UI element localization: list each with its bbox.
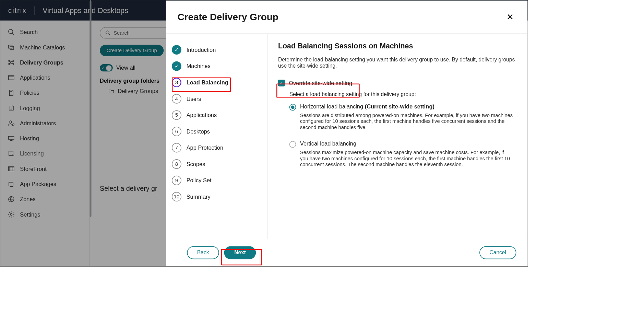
step-users[interactable]: 4 Users: [169, 91, 261, 107]
step-load-balancing[interactable]: 3 Load Balancing: [169, 74, 261, 91]
radio-horizontal[interactable]: Horizontal load balancing (Current site-…: [289, 102, 516, 139]
step-applications[interactable]: 5 Applications: [169, 107, 261, 124]
step-app-protection[interactable]: 7 App Protection: [169, 140, 261, 156]
modal-content: Load Balancing Sessions on Machines Dete…: [267, 34, 527, 239]
step-label: Users: [187, 95, 201, 102]
step-number: 7: [172, 143, 181, 153]
step-number: 6: [172, 127, 181, 136]
step-label: App Protection: [187, 144, 224, 151]
wizard-steps: ✓ Introduction ✓ Machines 3 Load Balanci…: [166, 34, 267, 239]
content-description: Determine the load-balancing setting you…: [278, 57, 516, 69]
override-checkbox-row[interactable]: ✓ Override site-wide setting: [278, 78, 516, 88]
step-policy-set[interactable]: 9 Policy Set: [169, 172, 261, 189]
step-label: Scopes: [187, 161, 205, 167]
step-label: Policy Set: [187, 177, 212, 184]
override-label: Override site-wide setting: [289, 80, 352, 86]
step-number: 8: [172, 159, 181, 169]
step-summary[interactable]: 10 Summary: [169, 188, 261, 205]
radio-description: Sessions are distributed among powered-o…: [300, 113, 516, 130]
content-heading: Load Balancing Sessions on Machines: [278, 42, 516, 50]
next-button[interactable]: Next: [224, 246, 256, 259]
checkbox-checked-icon: ✓: [278, 80, 285, 86]
check-icon: ✓: [172, 61, 181, 71]
select-setting-prompt: Select a load balancing setting for this…: [289, 92, 516, 98]
step-number: 3: [172, 78, 181, 87]
radio-selected-icon: [289, 104, 296, 111]
radio-unselected-icon: [289, 141, 296, 148]
step-machines[interactable]: ✓ Machines: [169, 58, 261, 74]
close-icon[interactable]: ✕: [506, 12, 514, 22]
radio-suffix: (Current site-wide setting): [365, 103, 434, 109]
back-button[interactable]: Back: [187, 246, 219, 259]
step-introduction[interactable]: ✓ Introduction: [169, 42, 261, 58]
step-number: 5: [172, 110, 181, 120]
step-label: Applications: [187, 112, 217, 118]
step-desktops[interactable]: 6 Desktops: [169, 123, 261, 140]
step-label: Machines: [187, 63, 211, 69]
radio-vertical[interactable]: Vertical load balancing Sessions maximiz…: [289, 139, 516, 176]
radio-label: Vertical load balancing: [300, 140, 356, 147]
radio-label: Horizontal load balancing: [300, 103, 363, 109]
cancel-button[interactable]: Cancel: [479, 246, 516, 259]
check-icon: ✓: [172, 45, 181, 55]
step-label: Load Balancing: [187, 79, 228, 86]
modal-footer: Back Next Cancel: [166, 239, 528, 266]
step-label: Introduction: [187, 47, 216, 53]
modal-title: Create Delivery Group: [177, 12, 278, 23]
radio-description: Sessions maximize powered-on machine cap…: [300, 150, 516, 167]
step-number: 9: [172, 176, 181, 185]
step-label: Summary: [187, 194, 211, 200]
step-label: Desktops: [187, 128, 210, 135]
step-scopes[interactable]: 8 Scopes: [169, 156, 261, 172]
step-number: 4: [172, 94, 181, 104]
create-delivery-group-modal: Create Delivery Group ✕ ✓ Introduction ✓…: [166, 1, 528, 266]
step-number: 10: [172, 192, 181, 201]
